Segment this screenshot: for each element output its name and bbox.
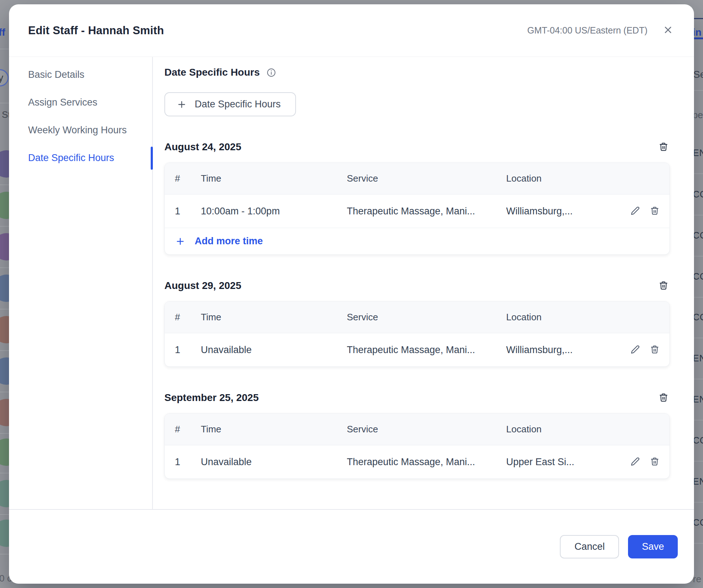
background-row-fragment: EN <box>693 148 703 158</box>
delete-date-button[interactable] <box>659 393 668 404</box>
date-section-august-24: August 24, 2025 # Time Service Location <box>164 141 670 255</box>
row-service: Therapeutic Massage, Mani... <box>347 206 506 217</box>
close-icon <box>663 24 673 36</box>
row-number: 1 <box>165 206 201 217</box>
background-staff-tab-fragment: ff <box>0 27 9 38</box>
tab-label: Assign Services <box>28 97 97 108</box>
row-actions <box>631 206 659 217</box>
tab-basic-details[interactable]: Basic Details <box>9 61 152 89</box>
background-row-fragment: CO <box>693 189 703 200</box>
background-divider <box>0 49 9 49</box>
hours-table: # Time Service Location 1 Unavailable Th… <box>164 301 670 367</box>
table-row: 1 Unavailable Therapeutic Massage, Mani.… <box>165 445 669 478</box>
table-header-row: # Time Service Location <box>165 163 669 195</box>
date-section-september-25: September 25, 2025 # Time Service Locati… <box>164 392 670 479</box>
panel-heading: Date Specific Hours <box>164 67 260 78</box>
table-row: 1 Unavailable Therapeutic Massage, Mani.… <box>165 333 669 366</box>
tab-label: Date Specific Hours <box>28 152 114 164</box>
background-filter-chip-fragment: y <box>0 69 9 86</box>
tab-assign-services[interactable]: Assign Services <box>9 89 152 116</box>
edit-row-button[interactable] <box>631 457 640 467</box>
column-header-location: Location <box>506 173 659 184</box>
trash-icon <box>650 457 659 467</box>
add-more-row: Add more time <box>165 228 669 254</box>
background-divider <box>0 473 9 473</box>
background-divider <box>694 461 703 462</box>
modal-title: Edit Staff - Hannah Smith <box>28 24 164 37</box>
modal-footer: Cancel Save <box>9 509 694 584</box>
trash-icon <box>650 345 659 355</box>
background-chip-label: y <box>0 72 3 84</box>
row-actions <box>631 457 659 467</box>
edit-row-button[interactable] <box>631 206 640 217</box>
section-date: August 24, 2025 <box>164 141 241 153</box>
row-time: 10:00am - 1:00pm <box>201 206 347 217</box>
column-header-num: # <box>165 424 201 435</box>
tab-weekly-working-hours[interactable]: Weekly Working Hours <box>9 116 152 144</box>
delete-row-button[interactable] <box>650 457 659 467</box>
background-divider <box>694 543 703 544</box>
add-date-specific-hours-button[interactable]: Date Specific Hours <box>164 92 296 116</box>
add-more-time-button[interactable]: Add more time <box>175 236 263 247</box>
row-location: Williamsburg,... <box>506 344 631 356</box>
modal-body: Basic Details Assign Services Weekly Wor… <box>9 57 694 509</box>
save-button[interactable]: Save <box>628 535 678 558</box>
background-search-fragment: Se <box>693 69 703 80</box>
row-number: 1 <box>165 344 201 356</box>
plus-icon <box>177 99 187 110</box>
background-divider <box>0 554 9 554</box>
section-header: September 25, 2025 <box>164 392 670 404</box>
background-row-fragment: CO <box>693 230 703 241</box>
background-divider <box>0 514 9 515</box>
cancel-button[interactable]: Cancel <box>560 535 619 558</box>
close-button[interactable] <box>662 24 674 37</box>
table-header-row: # Time Service Location <box>165 302 669 333</box>
edit-row-button[interactable] <box>631 345 640 355</box>
column-header-service: Service <box>347 173 506 184</box>
background-divider <box>0 433 9 434</box>
column-header-location: Location <box>506 312 659 323</box>
trash-icon <box>650 206 659 217</box>
background-row-fragment: CO <box>693 312 703 322</box>
column-header-time: Time <box>201 312 347 323</box>
row-location: Williamsburg,... <box>506 206 631 217</box>
column-header-time: Time <box>201 424 347 435</box>
row-time: Unavailable <box>201 344 347 356</box>
tab-label: Weekly Working Hours <box>28 125 127 136</box>
delete-date-button[interactable] <box>659 281 668 291</box>
background-divider <box>0 309 9 309</box>
add-button-label: Date Specific Hours <box>195 99 281 110</box>
delete-row-button[interactable] <box>650 345 659 355</box>
column-header-time: Time <box>201 173 347 184</box>
trash-icon <box>659 142 668 153</box>
hours-table: # Time Service Location 1 10:00am - 1:00… <box>164 162 670 255</box>
column-header-num: # <box>165 312 201 323</box>
background-divider <box>694 90 703 91</box>
section-header: August 24, 2025 <box>164 141 670 153</box>
plus-icon <box>175 236 185 246</box>
background-more-fragment: re <box>693 574 701 585</box>
tab-date-specific-hours[interactable]: Date Specific Hours <box>9 144 152 172</box>
date-section-august-29: August 29, 2025 # Time Service Location <box>164 280 670 367</box>
row-actions <box>631 345 659 355</box>
delete-date-button[interactable] <box>659 142 668 153</box>
modal-sidebar: Basic Details Assign Services Weekly Wor… <box>9 57 153 509</box>
delete-row-button[interactable] <box>650 206 659 217</box>
column-header-num: # <box>165 173 201 184</box>
section-date: September 25, 2025 <box>164 392 259 404</box>
pencil-icon <box>631 345 640 355</box>
background-row-fragment: CO <box>693 271 703 282</box>
background-divider <box>0 184 9 185</box>
row-number: 1 <box>165 456 201 468</box>
section-header: August 29, 2025 <box>164 280 670 291</box>
table-header-row: # Time Service Location <box>165 414 669 445</box>
background-divider <box>694 420 703 420</box>
tab-label: Basic Details <box>28 69 84 80</box>
row-time: Unavailable <box>201 456 347 468</box>
background-divider <box>694 502 703 503</box>
trash-icon <box>659 281 668 291</box>
pencil-icon <box>631 206 640 217</box>
info-icon[interactable] <box>266 68 276 77</box>
background-column-fragment: pe <box>693 110 703 121</box>
background-admin-tab-fragment: in <box>693 27 703 38</box>
